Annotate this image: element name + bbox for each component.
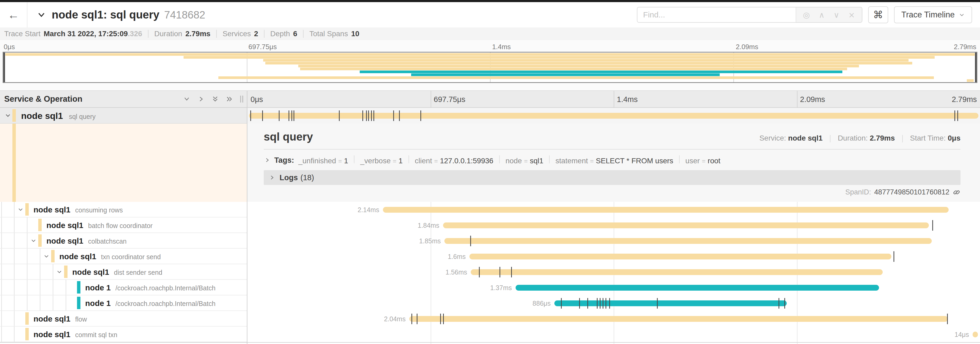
find-next-icon[interactable]: ∨	[834, 10, 840, 19]
tag-key: client	[415, 157, 432, 165]
selected-span-bar-row[interactable]	[247, 108, 980, 124]
span-bar[interactable]	[469, 254, 891, 259]
span-bar-row[interactable]: 2.04ms	[247, 311, 980, 326]
trace-start-fraction: .326	[128, 30, 142, 38]
tag-separator	[679, 155, 679, 163]
minimap-span-bar	[298, 65, 859, 67]
find-input[interactable]	[638, 7, 795, 22]
expand-one-chevron-right-icon[interactable]	[197, 95, 205, 103]
span-bar[interactable]	[409, 316, 948, 322]
trace-title-wrap: node sql1: sql query 7418682	[37, 8, 205, 21]
span-bar[interactable]	[554, 301, 787, 306]
axis-tick-label: 1.4ms	[492, 43, 511, 51]
span-bar-row[interactable]: 886μs	[247, 295, 980, 311]
chevron-down-icon[interactable]	[17, 206, 24, 213]
duration-label: Duration:	[838, 134, 868, 142]
keyboard-shortcuts-button[interactable]: ⌘	[868, 6, 888, 23]
span-bar[interactable]	[443, 222, 929, 228]
back-button[interactable]: ←	[0, 2, 27, 27]
axis-tick-label: 2.79ms	[954, 43, 976, 51]
minimap-right-handle[interactable]	[975, 53, 977, 82]
axis-tick-label: 0μs	[251, 95, 263, 104]
span-tree-row[interactable]: node sql1batch flow coordinator	[0, 218, 247, 233]
collapse-all-chevron-down-icon[interactable]	[183, 95, 191, 103]
tree-guide-line	[53, 264, 53, 279]
tree-guide-line	[27, 249, 27, 264]
span-bar-row[interactable]: 1.85ms	[247, 233, 980, 249]
expand-all-double-chevron-right-icon[interactable]	[226, 95, 233, 103]
tree-guide-line	[1, 311, 2, 326]
span-color-bar	[77, 297, 80, 309]
chevron-down-icon[interactable]	[4, 112, 12, 119]
span-detail-title-line: sql query Service: node sql1 Duration: 2…	[264, 131, 961, 143]
span-log-tick	[291, 110, 292, 121]
minimap-left-handle[interactable]	[3, 53, 5, 82]
collapse-trace-chevron-icon[interactable]	[37, 10, 46, 19]
span-service-name: node 1	[85, 283, 111, 292]
tags-row[interactable]: Tags: _unfinished=1_verbose=1client=127.…	[264, 154, 961, 166]
logs-row[interactable]: Logs (18)	[264, 170, 961, 185]
span-tree-row[interactable]: node sql1txn coordinator send	[0, 249, 247, 264]
link-icon[interactable]	[953, 189, 961, 196]
service-value: node sql1	[788, 134, 822, 142]
find-prev-icon[interactable]: ∧	[819, 10, 825, 19]
clear-find-icon[interactable]: ×	[848, 10, 855, 19]
span-color-bar	[38, 234, 42, 247]
chevron-down-icon[interactable]	[30, 237, 37, 244]
span-tree-row[interactable]: node sql1colbatchscan	[0, 233, 247, 249]
span-tree-row[interactable]: node sql1commit sql txn	[0, 326, 247, 342]
span-tree-row[interactable]: node 1/cockroach.roachpb.Internal/Batch	[0, 295, 247, 311]
span-bar-row[interactable]: 1.37ms	[247, 280, 980, 295]
span-bar[interactable]	[383, 207, 949, 213]
services-label: Services	[223, 30, 251, 38]
column-resize-grip[interactable]	[240, 96, 243, 102]
span-service-name: node sql1	[59, 252, 96, 261]
span-tree-row[interactable]: node sql1consuming rows	[0, 202, 247, 218]
trace-id: 7418682	[164, 9, 205, 21]
minimap-span-row	[3, 70, 977, 73]
span-tree-row[interactable]: node sql1dist sender send	[0, 264, 247, 280]
span-bar[interactable]	[249, 113, 979, 118]
span-bar-row[interactable]	[247, 108, 980, 124]
span-color-bar	[25, 203, 29, 216]
minimap-canvas[interactable]	[3, 52, 977, 83]
span-tree-row-selected[interactable]: node sql1 sql query	[0, 108, 247, 124]
span-bar[interactable]	[444, 238, 931, 244]
trace-view-selector[interactable]: Trace Timeline	[894, 6, 972, 23]
locate-icon[interactable]: ◎	[803, 10, 810, 19]
collapse-all-double-chevron-down-icon[interactable]	[211, 95, 219, 103]
span-bar-row[interactable]: 1.56ms	[247, 264, 980, 280]
span-service-name: node sql1	[21, 111, 63, 121]
span-tree-row[interactable]: node sql1flow	[0, 311, 247, 326]
span-bar[interactable]	[973, 331, 978, 338]
span-bar-rows: 2.14ms1.84ms1.85ms1.6ms1.56ms1.37ms886μs…	[247, 202, 980, 343]
span-log-tick	[294, 110, 294, 121]
back-arrow-icon: ←	[8, 8, 19, 21]
span-log-tick	[368, 110, 369, 121]
span-service-name: node sql1	[33, 330, 70, 339]
span-bar[interactable]	[515, 285, 879, 291]
span-log-tick	[374, 110, 374, 121]
tree-guide-line	[1, 202, 2, 217]
chevron-down-icon[interactable]	[56, 269, 63, 275]
span-color-bar	[64, 266, 67, 278]
total-spans-value: 10	[351, 30, 359, 38]
span-bar-row[interactable]: 1.6ms	[247, 249, 980, 264]
span-log-tick	[420, 110, 421, 121]
span-log-tick	[362, 110, 363, 121]
span-log-tick	[250, 110, 251, 121]
tag-item: node=sql1	[506, 157, 544, 165]
chevron-down-icon[interactable]	[43, 253, 50, 260]
span-log-tick	[393, 110, 394, 121]
span-tree-row[interactable]: node 1/cockroach.roachpb.Internal/Batch	[0, 280, 247, 295]
span-bar-row[interactable]: 2.14ms	[247, 202, 980, 218]
tree-guide-line	[14, 202, 14, 217]
meta-separator	[264, 30, 264, 38]
tag-equals: =	[524, 157, 528, 165]
span-bar[interactable]	[471, 269, 883, 275]
span-tree-text: node sql1flow	[0, 311, 247, 328]
span-bar-row[interactable]: 1.84ms	[247, 218, 980, 233]
span-bar-row[interactable]: 14μs	[247, 326, 980, 342]
minimap-span-bar	[967, 79, 974, 82]
meta-separator	[303, 30, 304, 38]
